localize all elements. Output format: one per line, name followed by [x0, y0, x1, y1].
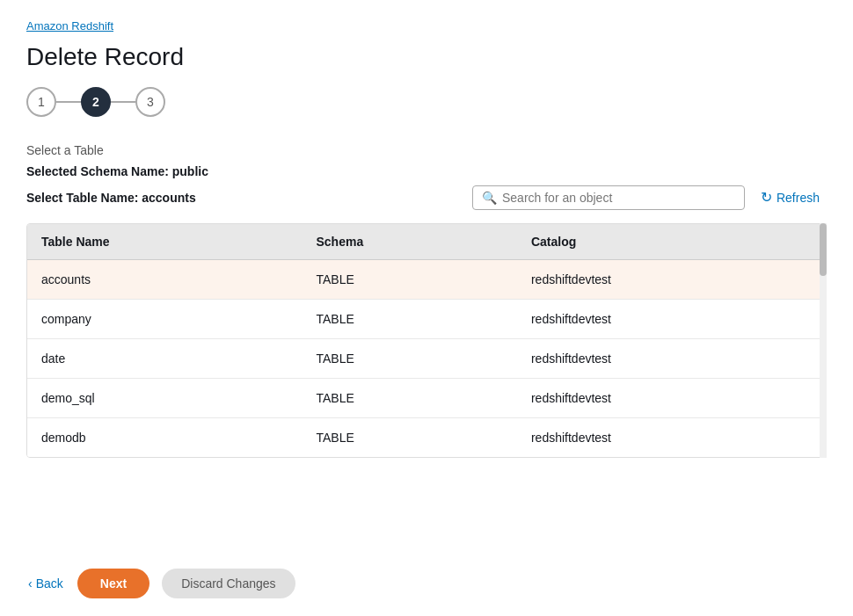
table-wrapper: Table Name Schema Catalog accountsTABLEr…	[26, 223, 827, 458]
stepper: 1 2 3	[26, 87, 827, 117]
select-table-row: Select Table Name: accounts 🔍 ↻ Refresh	[26, 184, 827, 211]
table-cell-schema: TABLE	[302, 260, 516, 300]
back-label: Back	[36, 576, 63, 591]
step-3: 3	[135, 87, 165, 117]
table-cell-catalog: redshiftdevtest	[517, 300, 826, 339]
step-1: 1	[26, 87, 56, 117]
refresh-button[interactable]: ↻ Refresh	[754, 184, 827, 211]
next-button[interactable]: Next	[77, 569, 149, 598]
scroll-track	[820, 223, 827, 458]
discard-button[interactable]: Discard Changes	[162, 569, 295, 598]
back-button[interactable]: ‹ Back	[26, 571, 65, 596]
col-catalog: Catalog	[517, 224, 826, 260]
step-line-2	[111, 101, 135, 103]
table-cell-name: company	[27, 300, 302, 339]
table-cell-name: accounts	[27, 260, 302, 300]
search-icon: 🔍	[482, 191, 497, 205]
table-header-row: Table Name Schema Catalog	[27, 224, 826, 260]
table-cell-catalog: redshiftdevtest	[517, 379, 826, 418]
footer: ‹ Back Next Discard Changes	[26, 569, 295, 598]
search-refresh-row: 🔍 ↻ Refresh	[472, 184, 827, 211]
table-cell-catalog: redshiftdevtest	[517, 260, 826, 300]
data-table: Table Name Schema Catalog accountsTABLEr…	[27, 224, 826, 457]
step-line-1	[56, 101, 81, 103]
table-row[interactable]: demodbTABLEredshiftdevtest	[27, 418, 826, 458]
search-box: 🔍	[472, 185, 745, 210]
section-label: Select a Table	[26, 143, 827, 157]
table-cell-schema: TABLE	[302, 300, 516, 339]
table-cell-schema: TABLE	[302, 339, 516, 379]
select-table-label: Select Table Name: accounts	[26, 191, 196, 205]
breadcrumb-link[interactable]: Amazon Redshift	[26, 19, 113, 33]
table-cell-name: demodb	[27, 418, 302, 458]
col-table-name: Table Name	[27, 224, 302, 260]
scroll-thumb[interactable]	[820, 223, 827, 276]
page-title: Delete Record	[26, 43, 827, 71]
step-2: 2	[81, 87, 111, 117]
back-chevron-icon: ‹	[28, 576, 33, 591]
table-cell-schema: TABLE	[302, 418, 516, 458]
table-row[interactable]: companyTABLEredshiftdevtest	[27, 300, 826, 339]
col-schema: Schema	[302, 224, 516, 260]
table-cell-schema: TABLE	[302, 379, 516, 418]
refresh-label: Refresh	[776, 191, 820, 205]
refresh-icon: ↻	[761, 189, 772, 206]
table-row[interactable]: demo_sqlTABLEredshiftdevtest	[27, 379, 826, 418]
table-cell-catalog: redshiftdevtest	[517, 418, 826, 458]
table-cell-catalog: redshiftdevtest	[517, 339, 826, 379]
table-cell-name: demo_sql	[27, 379, 302, 418]
table-cell-name: date	[27, 339, 302, 379]
search-input[interactable]	[502, 191, 735, 205]
table-container: Table Name Schema Catalog accountsTABLEr…	[26, 223, 827, 458]
selected-schema-label: Selected Schema Name: public	[26, 164, 827, 178]
table-row[interactable]: accountsTABLEredshiftdevtest	[27, 260, 826, 300]
table-row[interactable]: dateTABLEredshiftdevtest	[27, 339, 826, 379]
